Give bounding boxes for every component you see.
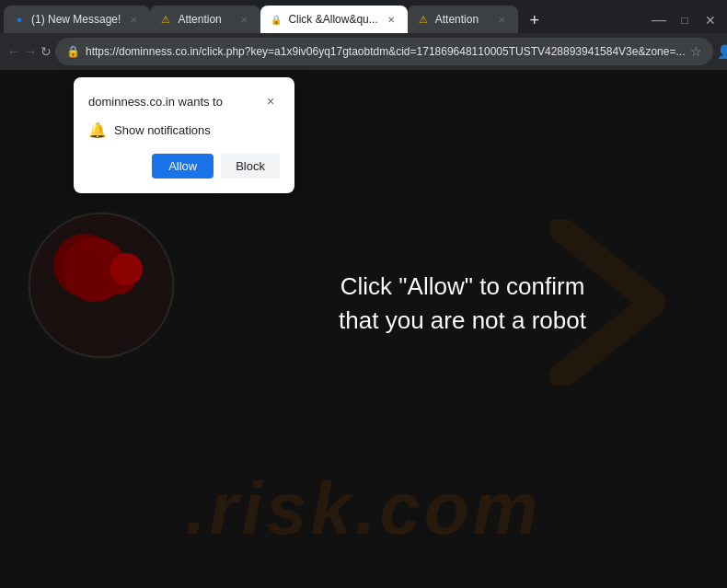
tab-title-3: Click &Allow&qu...: [288, 13, 377, 26]
tab-new-message[interactable]: ● (1) New Message! ✕: [4, 6, 150, 33]
maximize-button[interactable]: □: [672, 7, 698, 33]
popup-buttons: Allow Block: [88, 154, 280, 179]
tab-close-3[interactable]: ✕: [384, 12, 398, 27]
profile-button[interactable]: 👤: [717, 39, 727, 64]
popup-header: dominness.co.in wants to ×: [88, 92, 280, 110]
center-text: Click "Allow" to confirm that you are no…: [339, 270, 586, 337]
profile-icon: 👤: [717, 44, 727, 59]
tab-close-2[interactable]: ✕: [237, 12, 251, 27]
risk-watermark: .risk.com: [0, 467, 727, 551]
logo-svg: [28, 212, 175, 359]
minimize-button[interactable]: —: [646, 7, 672, 33]
tab-close-4[interactable]: ✕: [494, 12, 509, 27]
new-tab-button[interactable]: +: [522, 7, 548, 33]
forward-button[interactable]: →: [24, 39, 37, 64]
popup-title: dominness.co.in wants to: [88, 95, 223, 109]
allow-button[interactable]: Allow: [152, 154, 213, 179]
tab-favicon-1: ●: [13, 13, 26, 26]
tab-favicon-2: ⚠: [159, 13, 172, 26]
forward-icon: →: [24, 44, 37, 59]
tab-title-1: (1) New Message!: [31, 13, 121, 26]
reload-icon: ↻: [40, 44, 52, 59]
address-bar[interactable]: 🔒 https://dominness.co.in/click.php?key=…: [55, 38, 713, 65]
svg-point-1: [53, 234, 116, 296]
svg-point-2: [66, 247, 103, 283]
back-button[interactable]: ←: [7, 39, 20, 64]
close-window-button[interactable]: ✕: [698, 7, 723, 33]
reload-button[interactable]: ↻: [40, 39, 52, 64]
tab-bar: ● (1) New Message! ✕ ⚠ Attention ✕ 🔒 Cli…: [0, 0, 727, 33]
tab-favicon-3: 🔒: [270, 13, 283, 26]
svg-point-0: [29, 213, 173, 357]
page-content: Click "Allow" to confirm that you are no…: [0, 70, 727, 588]
back-icon: ←: [7, 44, 20, 59]
svg-point-3: [103, 261, 136, 294]
tab-title-2: Attention: [178, 13, 231, 26]
close-icon: ×: [267, 94, 274, 109]
popup-close-button[interactable]: ×: [261, 92, 280, 110]
toolbar: ← → ↻ 🔒 https://dominness.co.in/click.ph…: [0, 33, 727, 70]
popup-notification-label: Show notifications: [114, 123, 211, 137]
logo-watermark: [28, 212, 175, 359]
bookmark-star-icon[interactable]: ☆: [690, 44, 702, 59]
tab-attention-1[interactable]: ⚠ Attention ✕: [150, 6, 260, 33]
address-text: https://dominness.co.in/click.php?key=a1…: [86, 45, 685, 58]
lock-icon: 🔒: [66, 45, 80, 58]
main-text-line2: that you are not a robot: [339, 303, 586, 336]
popup-notification-row: 🔔 Show notifications: [88, 121, 280, 139]
bell-icon: 🔔: [88, 121, 107, 139]
tab-attention-2[interactable]: ⚠ Attention ✕: [408, 6, 518, 33]
tab-close-1[interactable]: ✕: [126, 12, 141, 27]
tab-title-4: Attention: [435, 13, 489, 26]
notification-popup: dominness.co.in wants to × 🔔 Show notifi…: [74, 77, 294, 193]
browser-chrome: ● (1) New Message! ✕ ⚠ Attention ✕ 🔒 Cli…: [0, 0, 727, 70]
logo-circle: [28, 212, 175, 359]
tab-click-allow[interactable]: 🔒 Click &Allow&qu... ✕: [260, 6, 407, 33]
tab-favicon-4: ⚠: [417, 13, 430, 26]
block-button[interactable]: Block: [221, 154, 280, 179]
svg-point-4: [110, 269, 129, 287]
main-text-line1: Click "Allow" to confirm: [339, 270, 586, 303]
